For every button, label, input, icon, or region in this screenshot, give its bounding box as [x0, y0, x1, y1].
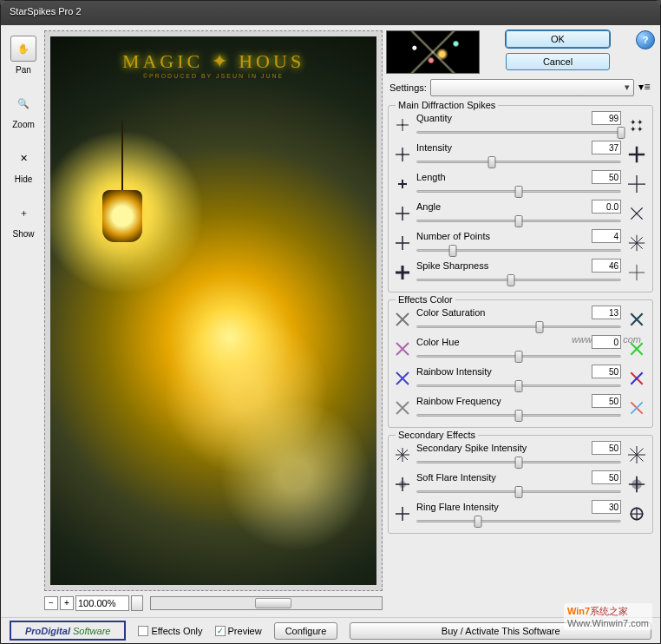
effects-only-checkbox[interactable]: Effects Only — [138, 626, 202, 636]
hue-value[interactable] — [592, 335, 621, 349]
x-icon: ✕ — [20, 153, 28, 164]
activate-button[interactable]: Buy / Activate This Software — [350, 622, 651, 640]
settings-dropdown[interactable] — [430, 79, 634, 96]
angle-value[interactable] — [592, 200, 621, 214]
points-value[interactable] — [592, 229, 621, 243]
horizontal-scrollbar[interactable] — [150, 596, 383, 610]
si-slider[interactable] — [416, 455, 621, 469]
row-sharpness: Spike Sharpness — [394, 259, 647, 286]
row-hue: Color Hue — [394, 335, 647, 363]
intensity-right-icon — [626, 146, 647, 163]
hide-label: Hide — [15, 174, 33, 184]
si-label: Secondary Spike Intensity — [416, 443, 527, 453]
zoom-tool[interactable]: 🔍 — [10, 90, 36, 116]
saturation-value[interactable] — [592, 306, 621, 319]
configure-button[interactable]: Configure — [274, 622, 338, 640]
show-tool[interactable]: ＋ — [10, 200, 36, 226]
angle-right-icon — [626, 205, 647, 222]
zoom-dropdown[interactable] — [131, 595, 143, 611]
row-rainbow-intensity: Rainbow Intensity — [394, 365, 647, 392]
zoom-field[interactable]: 100.00% — [75, 595, 129, 611]
preview-canvas[interactable]: MAGIC ✦ HOUS ©PRODUCED BY JSEUN IN JUNE — [44, 30, 383, 591]
quantity-value[interactable] — [592, 111, 621, 125]
settings-menu-icon[interactable]: ▾≡ — [638, 81, 651, 95]
sharpness-value[interactable] — [592, 259, 621, 273]
length-label: Length — [416, 172, 446, 182]
rf-value[interactable] — [592, 500, 621, 514]
rf-label: Ring Flare Intensity — [416, 502, 499, 512]
sharpness-left-icon — [394, 264, 411, 281]
row-points: Number of Points — [394, 229, 647, 257]
rainbowi-label: Rainbow Intensity — [416, 366, 492, 377]
preview-checkbox[interactable]: ✓Preview — [215, 626, 262, 636]
hue-right-icon — [626, 340, 647, 358]
hue-slider[interactable] — [416, 349, 621, 363]
checkbox-icon — [138, 626, 148, 636]
row-soft-flare: Soft Flare Intensity — [394, 470, 647, 498]
length-right-icon — [626, 175, 647, 193]
row-ring-flare: Ring Flare Intensity — [394, 500, 647, 528]
row-rainbow-frequency: Rainbow Frequency — [394, 394, 647, 422]
artwork-title: MAGIC ✦ HOUS — [122, 50, 304, 73]
rf-slider[interactable] — [416, 514, 621, 528]
sharpness-slider[interactable] — [416, 273, 621, 286]
zoom-out-button[interactable]: − — [44, 596, 58, 610]
app-window: StarSpikes Pro 2 ✋ Pan 🔍 Zoom ✕ Hide ＋ S… — [0, 0, 661, 644]
ok-button[interactable]: OK — [506, 30, 610, 48]
rf-left-icon — [394, 505, 411, 522]
rainbowf-value[interactable] — [592, 394, 621, 408]
rainbowf-slider[interactable] — [416, 408, 621, 422]
sf-slider[interactable] — [416, 484, 621, 498]
titlebar: StarSpikes Pro 2 — [1, 1, 660, 25]
intensity-value[interactable] — [592, 141, 621, 154]
rainbowi-slider[interactable] — [416, 378, 621, 392]
row-angle: Angle — [394, 200, 647, 227]
help-button[interactable]: ? — [636, 30, 655, 49]
sf-right-icon — [626, 476, 647, 493]
sf-left-icon — [394, 476, 411, 493]
intensity-label: Intensity — [416, 142, 452, 153]
svg-text:✦✦: ✦✦ — [630, 125, 644, 134]
sharpness-label: Spike Sharpness — [416, 260, 488, 271]
pan-tool[interactable]: ✋ — [10, 36, 36, 62]
hue-label: Color Hue — [416, 337, 460, 347]
rainbowi-value[interactable] — [592, 365, 621, 378]
canvas-area: MAGIC ✦ HOUS ©PRODUCED BY JSEUN IN JUNE … — [44, 30, 383, 612]
length-left-icon — [394, 175, 411, 193]
quantity-right-icon: ✦✦✦✦ — [626, 116, 647, 134]
action-buttons: OK Cancel — [487, 30, 629, 70]
settings-row: Settings: ▾≡ — [386, 77, 655, 98]
length-slider[interactable] — [416, 184, 621, 198]
cancel-button[interactable]: Cancel — [506, 53, 610, 70]
row-intensity: Intensity — [394, 141, 647, 168]
sf-value[interactable] — [592, 470, 621, 484]
preview-thumbnail — [386, 30, 480, 74]
saturation-slider[interactable] — [416, 319, 621, 333]
rainbowf-label: Rainbow Frequency — [416, 396, 501, 406]
quantity-left-icon — [394, 116, 411, 134]
quantity-label: Quantity — [416, 113, 452, 123]
zoom-bar: − + 100.00% — [44, 595, 383, 612]
length-value[interactable] — [592, 170, 621, 184]
rainbowf-left-icon — [394, 399, 411, 417]
points-left-icon — [394, 234, 411, 252]
hand-icon: ✋ — [17, 43, 29, 55]
hide-tool[interactable]: ✕ — [10, 145, 36, 171]
angle-slider[interactable] — [416, 214, 621, 227]
zoom-label: Zoom — [12, 120, 35, 129]
intensity-slider[interactable] — [416, 154, 621, 168]
rf-right-icon — [626, 505, 647, 522]
quantity-slider[interactable] — [416, 125, 621, 139]
intensity-left-icon — [394, 146, 411, 163]
zoom-in-button[interactable]: + — [60, 596, 74, 610]
footer: ProDigital Software Effects Only ✓Previe… — [1, 617, 660, 643]
svg-point-3 — [402, 154, 404, 156]
points-slider[interactable] — [416, 243, 621, 257]
points-right-icon — [626, 234, 647, 252]
group-main-title: Main Diffraction Spikes — [396, 100, 498, 110]
sharpness-right-icon — [626, 264, 647, 281]
angle-left-icon — [394, 205, 411, 222]
sf-label: Soft Flare Intensity — [416, 472, 496, 483]
group-secondary: Secondary Effects Secondary Spike Intens… — [388, 435, 653, 534]
si-value[interactable] — [592, 441, 621, 455]
